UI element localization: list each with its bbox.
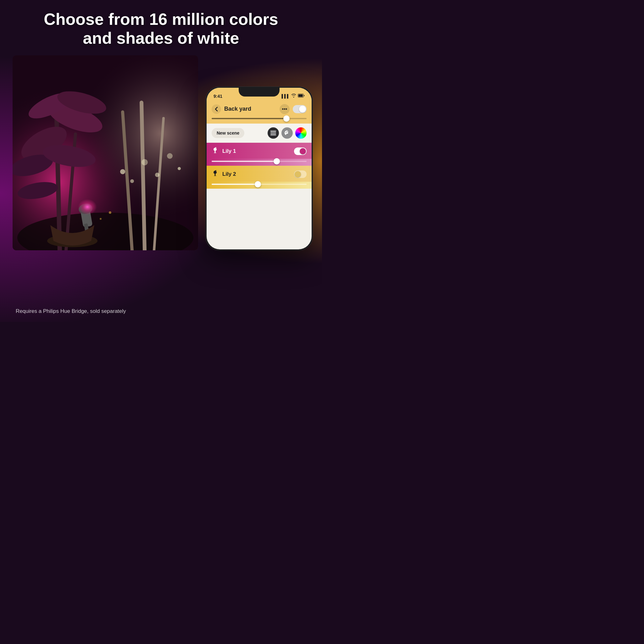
svg-point-23 [142, 159, 148, 165]
nav-title: Back yard [224, 106, 276, 112]
lily1-icon [212, 147, 219, 156]
brightness-fill [212, 118, 288, 119]
footer-label: Requires a Philips Hue Bridge, sold sepa… [16, 308, 126, 314]
svg-rect-32 [270, 131, 276, 132]
nav-header: Back yard ••• [207, 102, 312, 118]
new-scene-button[interactable]: New scene [212, 128, 244, 138]
more-icon: ••• [282, 106, 287, 112]
phone-body: 9:41 ▌▌▌ [206, 87, 313, 250]
lily2-item: Lily 2 [207, 166, 312, 189]
status-time: 9:41 [214, 94, 222, 99]
phone-mockup: 9:41 ▌▌▌ [206, 87, 313, 250]
wifi-icon [291, 94, 296, 98]
lily1-item: Lily 1 [207, 143, 312, 166]
scene-row: New scene [207, 124, 312, 143]
main-content: 9:41 ▌▌▌ [0, 55, 322, 250]
lily1-header: Lily 1 [207, 143, 312, 159]
svg-point-39 [214, 148, 217, 151]
svg-point-26 [178, 167, 181, 170]
photo-background [13, 55, 198, 250]
plant-illustration [13, 55, 198, 250]
more-button[interactable]: ••• [280, 104, 290, 114]
svg-point-38 [288, 132, 288, 132]
svg-point-37 [287, 131, 288, 132]
svg-point-36 [286, 131, 287, 132]
lily1-slider-row [207, 159, 312, 166]
svg-point-24 [155, 173, 159, 177]
lily2-icon [212, 170, 219, 179]
svg-point-41 [214, 152, 216, 153]
svg-point-29 [100, 218, 102, 220]
svg-point-22 [130, 179, 134, 183]
scene-palette-button[interactable] [281, 127, 293, 139]
lily2-slider-row [207, 182, 312, 189]
lily2-name: Lily 2 [222, 171, 290, 177]
svg-point-28 [109, 211, 111, 214]
svg-rect-33 [270, 132, 276, 133]
lily1-slider[interactable] [212, 161, 307, 162]
svg-point-21 [120, 169, 125, 174]
phone-notch [239, 88, 280, 97]
lily1-thumb[interactable] [274, 158, 280, 164]
brightness-slider[interactable] [212, 118, 307, 119]
svg-rect-31 [298, 94, 303, 97]
headline-line2: and shades of white [83, 29, 239, 47]
svg-point-18 [78, 199, 97, 215]
lily2-slider[interactable] [212, 184, 307, 185]
scene-icons [268, 127, 307, 139]
room-toggle[interactable] [293, 105, 307, 113]
svg-point-35 [286, 132, 286, 133]
lily1-fill [212, 161, 278, 162]
lily2-fill [212, 184, 259, 185]
lily2-thumb[interactable] [255, 181, 261, 187]
phone-screen: 9:41 ▌▌▌ [207, 88, 312, 249]
svg-point-42 [214, 171, 217, 174]
brightness-row [207, 118, 312, 124]
lily1-toggle[interactable] [294, 147, 307, 155]
footer-text: Requires a Philips Hue Bridge, sold sepa… [16, 308, 306, 314]
status-icons: ▌▌▌ [281, 94, 305, 98]
lily2-toggle[interactable] [294, 170, 307, 178]
battery-icon [298, 94, 305, 98]
brightness-thumb[interactable] [283, 115, 290, 122]
svg-point-25 [167, 153, 173, 159]
signal-icon: ▌▌▌ [281, 94, 290, 98]
svg-rect-34 [270, 134, 276, 135]
product-photo [13, 55, 198, 250]
scene-color-button[interactable] [295, 127, 307, 139]
svg-point-44 [214, 175, 216, 176]
headline: Choose from 16 million colors and shades… [0, 0, 322, 55]
scene-list-button[interactable] [268, 127, 279, 139]
back-button[interactable] [212, 104, 221, 114]
lily2-header: Lily 2 [207, 166, 312, 182]
headline-line1: Choose from 16 million colors [44, 10, 278, 28]
lily1-name: Lily 1 [222, 148, 290, 154]
